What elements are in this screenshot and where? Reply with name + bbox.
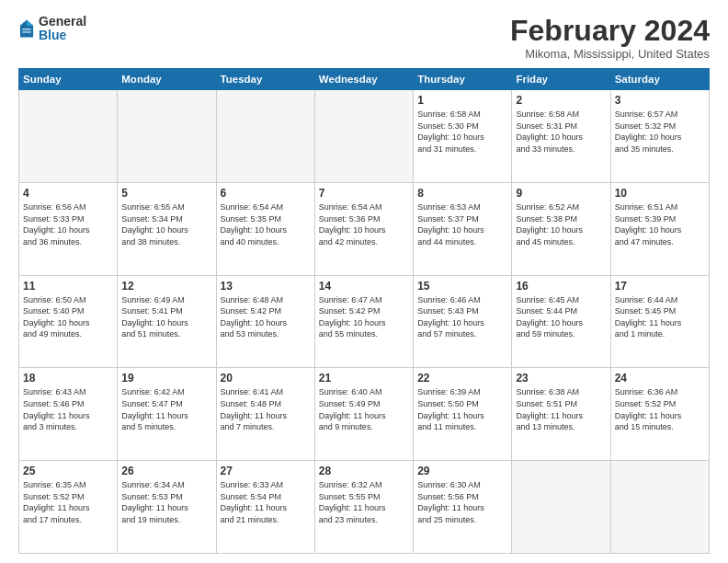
calendar-cell: 15Sunrise: 6:46 AM Sunset: 5:43 PM Dayli…: [414, 275, 512, 368]
calendar-cell: 9Sunrise: 6:52 AM Sunset: 5:38 PM Daylig…: [512, 182, 610, 275]
day-info: Sunrise: 6:54 AM Sunset: 5:36 PM Dayligh…: [319, 201, 409, 247]
calendar-cell: 2Sunrise: 6:58 AM Sunset: 5:31 PM Daylig…: [512, 90, 610, 183]
day-info: Sunrise: 6:46 AM Sunset: 5:43 PM Dayligh…: [417, 294, 507, 340]
logo: General Blue: [18, 15, 86, 43]
calendar-cell: 1Sunrise: 6:58 AM Sunset: 5:30 PM Daylig…: [414, 90, 512, 183]
calendar-cell: 29Sunrise: 6:30 AM Sunset: 5:56 PM Dayli…: [414, 461, 512, 554]
day-number: 18: [23, 372, 113, 385]
calendar-cell: 19Sunrise: 6:42 AM Sunset: 5:47 PM Dayli…: [118, 368, 216, 461]
day-number: 12: [121, 280, 211, 293]
calendar-cell: [610, 461, 709, 554]
day-info: Sunrise: 6:32 AM Sunset: 5:55 PM Dayligh…: [319, 479, 409, 525]
calendar-cell: [512, 461, 610, 554]
day-info: Sunrise: 6:34 AM Sunset: 5:53 PM Dayligh…: [121, 479, 211, 525]
calendar-cell: 10Sunrise: 6:51 AM Sunset: 5:39 PM Dayli…: [610, 182, 709, 275]
day-number: 27: [221, 465, 311, 477]
calendar-cell: 25Sunrise: 6:35 AM Sunset: 5:52 PM Dayli…: [19, 461, 118, 554]
calendar-cell: 14Sunrise: 6:47 AM Sunset: 5:42 PM Dayli…: [314, 275, 413, 368]
day-number: 26: [121, 465, 211, 477]
day-info: Sunrise: 6:50 AM Sunset: 5:40 PM Dayligh…: [23, 294, 113, 340]
day-number: 29: [417, 465, 507, 477]
header: General Blue February 2024 Mikoma, Missi…: [18, 15, 710, 61]
day-number: 15: [417, 280, 507, 293]
logo-text: General Blue: [39, 15, 86, 43]
title-block: February 2024 Mikoma, Mississippi, Unite…: [510, 15, 710, 61]
logo-general-text: General: [39, 15, 86, 29]
page: General Blue February 2024 Mikoma, Missi…: [0, 0, 728, 563]
day-number: 9: [516, 187, 606, 200]
calendar-cell: [314, 90, 413, 183]
day-info: Sunrise: 6:43 AM Sunset: 5:46 PM Dayligh…: [23, 386, 113, 432]
logo-icon: [18, 18, 35, 39]
day-info: Sunrise: 6:40 AM Sunset: 5:49 PM Dayligh…: [319, 386, 409, 432]
calendar-cell: [118, 90, 216, 183]
day-info: Sunrise: 6:33 AM Sunset: 5:54 PM Dayligh…: [221, 479, 311, 525]
day-number: 1: [417, 94, 507, 107]
day-info: Sunrise: 6:57 AM Sunset: 5:32 PM Dayligh…: [615, 109, 705, 155]
day-number: 11: [23, 280, 113, 293]
day-info: Sunrise: 6:47 AM Sunset: 5:42 PM Dayligh…: [319, 294, 409, 340]
col-header-saturday: Saturday: [610, 69, 709, 90]
day-info: Sunrise: 6:42 AM Sunset: 5:47 PM Dayligh…: [121, 386, 211, 432]
col-header-sunday: Sunday: [19, 69, 118, 90]
calendar-cell: 12Sunrise: 6:49 AM Sunset: 5:41 PM Dayli…: [118, 275, 216, 368]
location-text: Mikoma, Mississippi, United States: [510, 47, 710, 61]
calendar-cell: [216, 90, 314, 183]
calendar-cell: 17Sunrise: 6:44 AM Sunset: 5:45 PM Dayli…: [610, 275, 709, 368]
col-header-monday: Monday: [118, 69, 216, 90]
calendar-cell: 6Sunrise: 6:54 AM Sunset: 5:35 PM Daylig…: [216, 182, 314, 275]
day-number: 6: [221, 187, 311, 200]
svg-rect-3: [22, 32, 30, 34]
calendar-cell: 24Sunrise: 6:36 AM Sunset: 5:52 PM Dayli…: [610, 368, 709, 461]
calendar-cell: 22Sunrise: 6:39 AM Sunset: 5:50 PM Dayli…: [414, 368, 512, 461]
calendar-cell: 5Sunrise: 6:55 AM Sunset: 5:34 PM Daylig…: [118, 182, 216, 275]
day-info: Sunrise: 6:58 AM Sunset: 5:31 PM Dayligh…: [516, 109, 606, 155]
day-info: Sunrise: 6:38 AM Sunset: 5:51 PM Dayligh…: [516, 386, 606, 432]
day-info: Sunrise: 6:49 AM Sunset: 5:41 PM Dayligh…: [121, 294, 211, 340]
day-info: Sunrise: 6:30 AM Sunset: 5:56 PM Dayligh…: [417, 479, 507, 525]
col-header-wednesday: Wednesday: [314, 69, 413, 90]
calendar-cell: 13Sunrise: 6:48 AM Sunset: 5:42 PM Dayli…: [216, 275, 314, 368]
calendar-table: SundayMondayTuesdayWednesdayThursdayFrid…: [18, 68, 710, 554]
day-info: Sunrise: 6:41 AM Sunset: 5:48 PM Dayligh…: [221, 386, 311, 432]
svg-marker-1: [27, 20, 33, 26]
calendar-week-3: 11Sunrise: 6:50 AM Sunset: 5:40 PM Dayli…: [19, 275, 710, 368]
day-info: Sunrise: 6:51 AM Sunset: 5:39 PM Dayligh…: [615, 201, 705, 247]
calendar-cell: 26Sunrise: 6:34 AM Sunset: 5:53 PM Dayli…: [118, 461, 216, 554]
day-info: Sunrise: 6:36 AM Sunset: 5:52 PM Dayligh…: [615, 386, 705, 432]
day-number: 4: [23, 187, 113, 200]
calendar-cell: 18Sunrise: 6:43 AM Sunset: 5:46 PM Dayli…: [19, 368, 118, 461]
calendar-week-2: 4Sunrise: 6:56 AM Sunset: 5:33 PM Daylig…: [19, 182, 710, 275]
day-info: Sunrise: 6:44 AM Sunset: 5:45 PM Dayligh…: [615, 294, 705, 340]
calendar-cell: 21Sunrise: 6:40 AM Sunset: 5:49 PM Dayli…: [314, 368, 413, 461]
day-number: 2: [516, 94, 606, 107]
day-info: Sunrise: 6:48 AM Sunset: 5:42 PM Dayligh…: [221, 294, 311, 340]
day-info: Sunrise: 6:45 AM Sunset: 5:44 PM Dayligh…: [516, 294, 606, 340]
day-number: 16: [516, 280, 606, 293]
calendar-week-4: 18Sunrise: 6:43 AM Sunset: 5:46 PM Dayli…: [19, 368, 710, 461]
day-number: 17: [615, 280, 705, 293]
day-number: 28: [319, 465, 409, 477]
day-number: 10: [615, 187, 705, 200]
day-info: Sunrise: 6:39 AM Sunset: 5:50 PM Dayligh…: [417, 386, 507, 432]
day-number: 21: [319, 372, 409, 385]
day-number: 22: [417, 372, 507, 385]
day-number: 19: [121, 372, 211, 385]
logo-blue-text: Blue: [39, 29, 86, 42]
day-number: 14: [319, 280, 409, 293]
day-info: Sunrise: 6:56 AM Sunset: 5:33 PM Dayligh…: [23, 201, 113, 247]
month-title: February 2024: [510, 15, 710, 47]
day-number: 8: [417, 187, 507, 200]
calendar-cell: 20Sunrise: 6:41 AM Sunset: 5:48 PM Dayli…: [216, 368, 314, 461]
svg-rect-2: [22, 29, 30, 30]
day-info: Sunrise: 6:55 AM Sunset: 5:34 PM Dayligh…: [121, 201, 211, 247]
calendar-cell: 16Sunrise: 6:45 AM Sunset: 5:44 PM Dayli…: [512, 275, 610, 368]
day-info: Sunrise: 6:58 AM Sunset: 5:30 PM Dayligh…: [417, 109, 507, 155]
day-number: 7: [319, 187, 409, 200]
calendar-cell: 11Sunrise: 6:50 AM Sunset: 5:40 PM Dayli…: [19, 275, 118, 368]
calendar-cell: 27Sunrise: 6:33 AM Sunset: 5:54 PM Dayli…: [216, 461, 314, 554]
calendar-cell: 4Sunrise: 6:56 AM Sunset: 5:33 PM Daylig…: [19, 182, 118, 275]
col-header-thursday: Thursday: [414, 69, 512, 90]
col-header-tuesday: Tuesday: [216, 69, 314, 90]
calendar-header-row: SundayMondayTuesdayWednesdayThursdayFrid…: [19, 69, 710, 90]
